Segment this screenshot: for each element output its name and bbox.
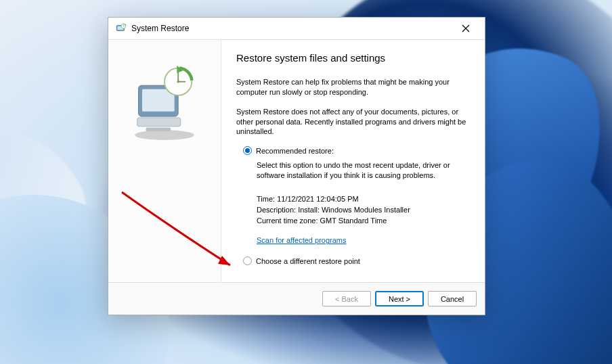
svg-rect-7 xyxy=(137,118,181,127)
dialog-body: Restore system files and settings System… xyxy=(108,39,485,282)
side-panel xyxy=(108,40,221,282)
intro-paragraph-2: System Restore does not affect any of yo… xyxy=(236,107,467,137)
scan-affected-programs-link[interactable]: Scan for affected programs xyxy=(257,235,346,246)
timezone-label: Current time zone: xyxy=(257,217,318,225)
content-panel: Restore system files and settings System… xyxy=(221,40,485,282)
svg-point-4 xyxy=(135,130,194,140)
radio-button-icon xyxy=(243,146,252,155)
dialog-footer: < Back Next > Cancel xyxy=(108,282,485,315)
page-heading: Restore system files and settings xyxy=(236,52,467,64)
description-value: Install: Windows Modules Installer xyxy=(298,206,410,214)
recommended-description: Select this option to undo the most rece… xyxy=(257,160,467,181)
system-restore-icon xyxy=(115,22,127,35)
time-value: 11/12/2021 12:04:05 PM xyxy=(277,195,358,203)
radio-different-restore-point[interactable]: Choose a different restore point xyxy=(243,256,467,265)
timezone-value: GMT Standard Time xyxy=(320,217,387,225)
titlebar: System Restore xyxy=(108,18,485,39)
back-button: < Back xyxy=(322,291,371,306)
system-restore-dialog: System Restore Restore system files and … xyxy=(108,17,485,315)
radio-recommended-label: Recommended restore: xyxy=(256,147,334,155)
radio-button-icon xyxy=(243,256,252,265)
window-title: System Restore xyxy=(131,24,452,33)
next-button[interactable]: Next > xyxy=(375,291,424,306)
restore-illustration-icon xyxy=(127,62,202,143)
svg-rect-8 xyxy=(146,128,171,132)
svg-point-12 xyxy=(177,81,179,83)
restore-point-details: Time: 11/12/2021 12:04:05 PM Description… xyxy=(257,194,467,254)
radio-recommended-restore[interactable]: Recommended restore: xyxy=(243,146,467,155)
close-button[interactable] xyxy=(452,19,479,38)
time-label: Time: xyxy=(257,195,275,203)
radio-different-label: Choose a different restore point xyxy=(256,257,360,265)
intro-paragraph-1: System Restore can help fix problems tha… xyxy=(236,77,467,97)
description-label: Description: xyxy=(257,206,296,214)
cancel-button[interactable]: Cancel xyxy=(428,291,477,306)
